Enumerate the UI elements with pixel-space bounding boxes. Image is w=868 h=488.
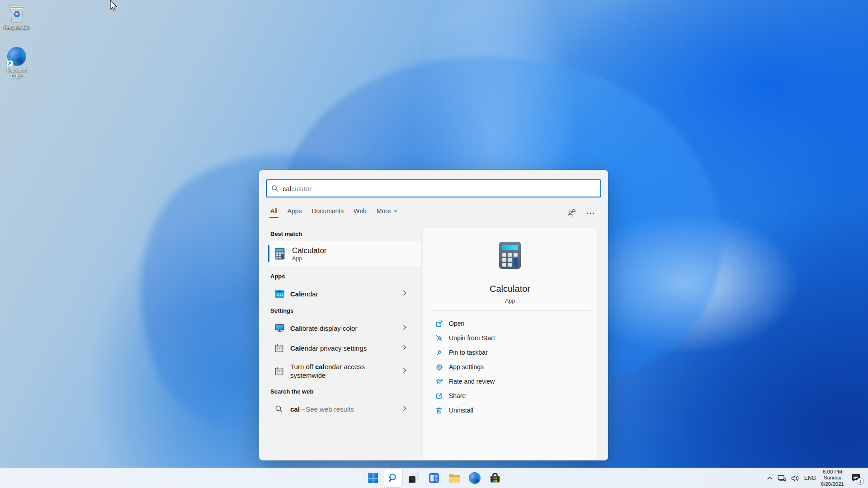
chevron-right-icon — [403, 367, 406, 375]
chevron-down-icon — [393, 210, 398, 213]
preview-type: App — [423, 298, 597, 304]
best-match-header: Best match — [270, 230, 302, 237]
share-icon — [435, 392, 443, 400]
preview-actions: Open Unpin from Start Pin to taskbar App… — [423, 316, 597, 418]
action-app-settings[interactable]: App settings — [423, 360, 597, 374]
chevron-right-icon — [403, 290, 406, 298]
calculator-app-icon — [275, 248, 290, 260]
result-label: Calibrate display color — [290, 324, 357, 333]
task-view-button[interactable] — [405, 469, 423, 487]
calculator-app-icon-large — [499, 241, 521, 271]
windows-logo-icon — [368, 473, 378, 483]
widgets-button[interactable] — [425, 469, 443, 487]
trash-icon — [435, 407, 443, 414]
tab-all[interactable]: All — [270, 207, 278, 218]
desktop-wallpaper: ♻ Recycle Bin Microsoft Edge calculator … — [0, 0, 868, 488]
store-button[interactable] — [486, 469, 504, 487]
recycle-bin-icon: ♻ — [8, 3, 26, 23]
tab-web[interactable]: Web — [354, 207, 367, 218]
search-typed-text: cal — [283, 185, 291, 192]
tab-apps[interactable]: Apps — [288, 207, 302, 218]
search-button[interactable] — [384, 469, 402, 487]
start-button[interactable] — [364, 469, 382, 487]
widgets-icon — [428, 472, 440, 484]
result-app-calendar[interactable]: Calendar — [268, 284, 421, 304]
result-label: Calendar — [290, 290, 318, 298]
edge-icon — [469, 472, 481, 484]
action-uninstall[interactable]: Uninstall — [423, 403, 597, 418]
task-view-icon — [408, 472, 420, 484]
clock[interactable]: 6:00 PM Sunday 6/20/2021 — [821, 469, 844, 487]
store-icon — [489, 472, 501, 484]
edge-label: Microsoft Edge — [3, 67, 31, 79]
result-label: Turn off calendar access systemwide — [290, 362, 385, 380]
mouse-cursor — [110, 0, 119, 12]
action-open[interactable]: Open — [423, 316, 597, 331]
preview-title: Calculator — [423, 284, 597, 294]
account-feedback-icon[interactable] — [567, 209, 576, 217]
shortcut-arrow-icon — [7, 61, 13, 66]
result-setting-calendar-privacy[interactable]: Calendar privacy settings — [268, 338, 421, 358]
action-share[interactable]: Share — [423, 389, 597, 403]
hidden-icons-chevron[interactable] — [767, 476, 773, 480]
search-icon — [271, 185, 278, 192]
taskbar: ENG 6:00 PM Sunday 6/20/2021 1 — [0, 468, 868, 488]
preview-pane: Calculator App Open Unpin from Start — [423, 228, 597, 460]
language-indicator[interactable]: ENG — [804, 475, 816, 481]
search-input[interactable]: calculator — [266, 179, 601, 197]
gear-icon — [435, 363, 443, 371]
file-explorer-icon — [448, 473, 461, 483]
pin-icon — [435, 349, 443, 357]
chevron-right-icon — [403, 324, 406, 332]
star-icon — [435, 378, 443, 385]
best-match-title: Calculator — [292, 246, 327, 255]
result-setting-turn-off-calendar-access[interactable]: Turn off calendar access systemwide — [268, 358, 421, 384]
result-label: cal - See web results — [290, 405, 354, 413]
result-best-match-calculator[interactable]: Calculator App — [268, 241, 421, 266]
chevron-up-icon — [767, 476, 773, 480]
calendar-outline-icon — [275, 367, 290, 375]
result-web-search[interactable]: cal - See web results — [268, 399, 421, 419]
chevron-right-icon — [403, 344, 406, 352]
file-explorer-button[interactable] — [445, 469, 463, 487]
search-filter-tabs: All Apps Documents Web More — [270, 207, 398, 218]
tab-more[interactable]: More — [377, 207, 398, 218]
desktop-icon-recycle-bin[interactable]: ♻ Recycle Bin — [2, 3, 31, 31]
chevron-right-icon — [403, 405, 406, 413]
tab-documents[interactable]: Documents — [311, 207, 344, 218]
result-setting-calibrate-display[interactable]: Calibrate display color — [268, 318, 421, 338]
action-unpin-from-start[interactable]: Unpin from Start — [423, 331, 597, 345]
apps-header: Apps — [270, 273, 285, 280]
settings-header: Settings — [270, 307, 293, 314]
clock-date: 6/20/2021 — [821, 481, 844, 487]
clock-time: 6:00 PM — [821, 469, 844, 475]
recycle-bin-label: Recycle Bin — [4, 25, 30, 31]
clock-day: Sunday — [821, 475, 844, 481]
display-icon — [275, 324, 290, 333]
desktop-icon-microsoft-edge[interactable]: Microsoft Edge — [2, 47, 31, 79]
notification-center-button[interactable]: 1 — [849, 471, 863, 485]
search-icon — [388, 473, 399, 483]
search-flyout-panel: calculator All Apps Documents Web More B… — [259, 170, 608, 460]
calendar-outline-icon — [275, 344, 290, 352]
unpin-icon — [435, 334, 443, 342]
action-pin-to-taskbar[interactable]: Pin to taskbar — [423, 345, 597, 360]
system-tray: ENG 6:00 PM Sunday 6/20/2021 1 — [767, 468, 868, 488]
edge-button[interactable] — [466, 469, 484, 487]
search-icon — [275, 405, 290, 413]
more-options-icon[interactable] — [586, 212, 594, 215]
network-icon[interactable] — [778, 474, 786, 482]
preview-divider — [430, 310, 591, 311]
search-the-web-header: Search the web — [270, 388, 313, 395]
result-label: Calendar privacy settings — [290, 344, 367, 352]
notification-count-badge: 1 — [857, 478, 864, 485]
open-icon — [435, 320, 443, 328]
search-suggestion-text: culator — [291, 185, 311, 192]
best-match-type: App — [292, 255, 327, 262]
calendar-app-icon — [275, 289, 290, 298]
action-rate-and-review[interactable]: Rate and review — [423, 374, 597, 389]
edge-icon — [7, 47, 26, 66]
selection-accent-bar — [268, 245, 269, 262]
volume-icon[interactable] — [791, 475, 799, 482]
